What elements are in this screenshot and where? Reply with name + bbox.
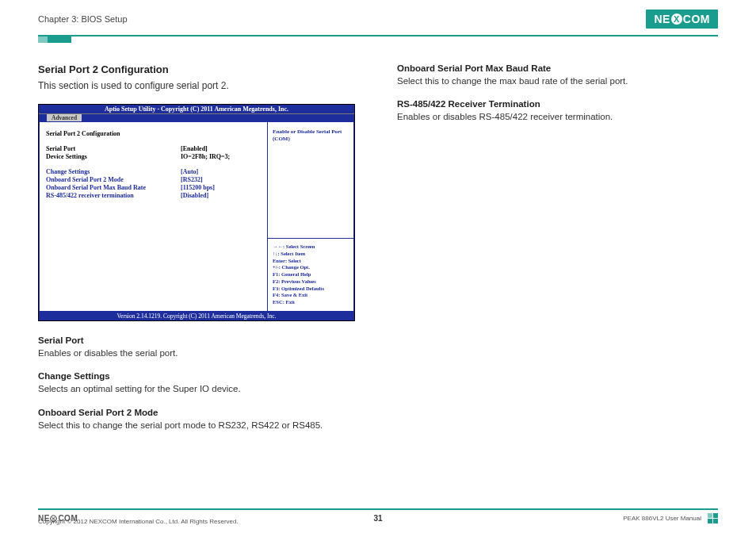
subsection-heading: RS-485/422 Receiver Termination: [397, 99, 718, 109]
bios-footer: Version 2.14.1219. Copyright (C) 2011 Am…: [39, 312, 354, 320]
bios-tab-advanced: Advanced: [47, 114, 82, 121]
bios-help-line: ESC: Exit: [273, 299, 349, 306]
right-column: Onboard Serial Port Max Baud Rate Select…: [397, 63, 718, 437]
bios-help-line: ↑↓: Select Item: [273, 251, 349, 258]
bios-help-text: Enable or Disable Serial Port (COM): [268, 122, 353, 238]
bios-row-label: Onboard Serial Port Max Baud Rate: [46, 184, 181, 191]
section-title: Serial Port 2 Configuration: [38, 63, 359, 75]
page-number: 31: [373, 514, 382, 523]
bios-row-value: [RS232]: [181, 176, 203, 183]
nexcom-logo: NE X COM: [646, 10, 718, 29]
bios-group-title: Serial Port 2 Configuration: [46, 130, 181, 137]
bios-screenshot: Aptio Setup Utility - Copyright (C) 2011…: [38, 104, 355, 321]
bios-row-label: Change Settings: [46, 168, 181, 175]
bios-row-value: [Auto]: [181, 168, 198, 175]
logo-x-icon: X: [671, 13, 682, 25]
bios-key-help: →←: Select Screen ↑↓: Select Item Enter:…: [268, 238, 353, 311]
bios-row-label: Serial Port: [46, 145, 181, 152]
subsection-heading: Change Settings: [38, 371, 359, 381]
bios-help-line: F3: Optimized Defaults: [273, 286, 349, 293]
bios-row-label: Onboard Serial Port 2 Mode: [46, 176, 181, 183]
footer-squares-icon: [708, 513, 718, 523]
bios-help-line: →←: Select Screen: [273, 243, 349, 251]
bios-main-panel: Serial Port 2 Configuration Serial Port …: [39, 121, 267, 312]
bios-help-line: F4: Save & Exit: [273, 292, 349, 299]
bios-row-value: IO=2F8h; IRQ=3;: [181, 153, 230, 160]
subsection-heading: Serial Port: [38, 336, 359, 345]
bios-title-bar: Aptio Setup Utility - Copyright (C) 2011…: [39, 105, 354, 113]
subsection-text: Enables or disables the serial port.: [38, 347, 359, 360]
bios-help-line: F2: Previous Values: [273, 278, 349, 286]
chapter-title: Chapter 3: BIOS Setup: [38, 14, 128, 24]
bios-row-value: [Enabled]: [181, 145, 208, 152]
bios-tab-row: Advanced: [39, 113, 354, 121]
logo-text-post: COM: [683, 13, 710, 25]
bios-row-label: Device Settings: [46, 153, 181, 160]
footer-copyright: Copyright © 2012 NEXCOM International Co…: [38, 518, 239, 525]
footer-manual-name: PEAK 886VL2 User Manual: [623, 515, 701, 522]
bios-help-line: Enter: Select: [273, 258, 349, 265]
left-column: Serial Port 2 Configuration This section…: [38, 63, 359, 437]
subsection-heading: Onboard Serial Port Max Baud Rate: [397, 63, 718, 73]
bios-row-value: [Disabled]: [181, 192, 208, 199]
subsection-heading: Onboard Serial Port 2 Mode: [38, 408, 359, 417]
bios-row-label: RS-485/422 receiver termination: [46, 192, 181, 199]
subsection-text: Select this to change the serial port mo…: [38, 419, 359, 432]
subsection-text: Selects an optimal setting for the Super…: [38, 382, 359, 396]
bios-row-value: [115200 bps]: [181, 184, 215, 191]
bios-help-line: +/-: Change Opt.: [273, 264, 349, 271]
footer-rule: [38, 508, 718, 510]
section-intro: This section is used to configure serial…: [38, 79, 359, 93]
logo-text-pre: NE: [654, 13, 670, 25]
subsection-text: Select this to change the max baud rate …: [397, 75, 718, 88]
bios-help-line: F1: General Help: [273, 271, 349, 278]
header-accent: [38, 36, 71, 43]
header-rule: [38, 35, 718, 36]
subsection-text: Enables or disables RS-485/422 receiver …: [397, 110, 718, 124]
